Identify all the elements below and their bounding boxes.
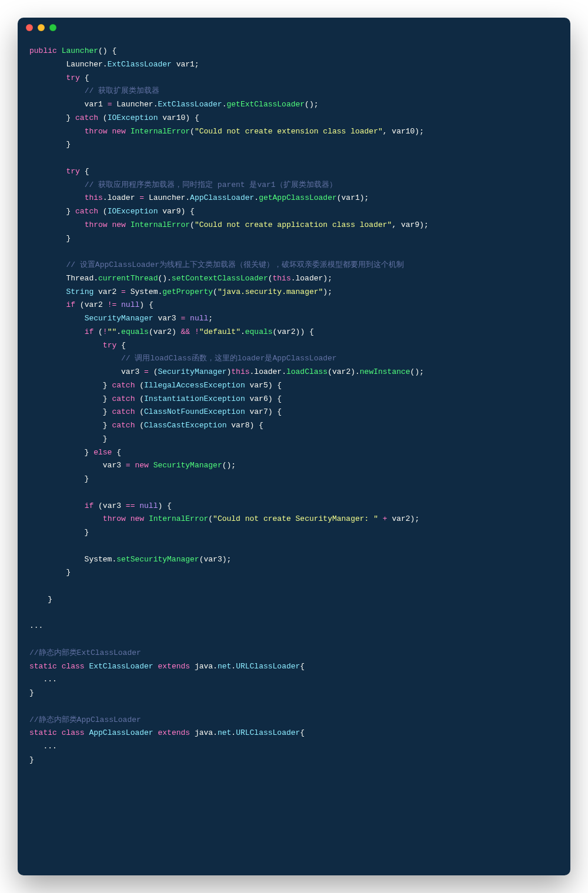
code-token: (: [135, 421, 144, 430]
code-token: try: [66, 73, 79, 82]
code-line: }: [29, 234, 71, 243]
code-token: [29, 86, 85, 95]
code-token: (var2): [149, 327, 181, 336]
code-token: AppClassLoader: [89, 728, 153, 737]
code-line: // 获取应用程序类加载器，同时指定 parent 是var1（扩展类加载器）: [29, 180, 337, 189]
code-token: }: [29, 595, 52, 604]
code-token: catch: [112, 394, 135, 403]
code-token: // 设置AppClassLoader为线程上下文类加载器（很关键），破坏双亲委…: [66, 260, 404, 269]
code-line: } catch (IllegalAccessException var5) {: [29, 381, 282, 390]
code-line: } catch (ClassNotFoundException var7) {: [29, 407, 282, 416]
code-token: [149, 461, 153, 470]
code-line: if (var2 != null) {: [29, 300, 153, 309]
code-token: "Could not create SecurityManager: ": [213, 514, 378, 523]
code-line: var3 = (SecurityManager)this.loader.load…: [29, 367, 424, 376]
code-line: ...: [29, 675, 57, 684]
code-token: static: [29, 728, 57, 737]
code-token: [29, 501, 85, 510]
code-token: if: [66, 300, 75, 309]
code-token: null: [121, 300, 139, 309]
code-token: {: [112, 448, 121, 457]
code-token: var3: [153, 314, 181, 323]
code-token: }: [29, 688, 34, 697]
code-token: setContextClassLoader: [172, 274, 268, 283]
code-token: catch: [112, 421, 135, 430]
code-token: ();: [410, 367, 424, 376]
code-token: }: [29, 140, 71, 149]
code-token: null: [190, 314, 208, 323]
code-token: var6) {: [245, 394, 282, 403]
code-token: class: [62, 728, 85, 737]
minimize-icon[interactable]: [38, 24, 45, 31]
code-token: (: [135, 394, 144, 403]
code-token: Launcher.: [112, 100, 158, 109]
code-token: Launcher.: [144, 193, 190, 202]
code-token: !: [103, 327, 108, 336]
code-token: new: [135, 461, 148, 470]
code-line: }: [29, 140, 71, 149]
code-token: this: [231, 367, 249, 376]
code-token: null: [139, 501, 158, 510]
code-token: (: [208, 514, 213, 523]
code-token: equals: [245, 327, 273, 336]
code-token: InternalError: [131, 220, 190, 229]
code-window: public Launcher() { Launcher.ExtClassLoa…: [18, 18, 570, 875]
code-token: "Could not create application class load…: [195, 220, 392, 229]
code-line: var1 = Launcher.ExtClassLoader.getExtCla…: [29, 100, 319, 109]
window-titlebar: [18, 18, 570, 38]
code-token: , var10);: [383, 127, 424, 136]
code-token: equals: [121, 327, 149, 336]
code-token: (var3: [93, 501, 126, 510]
code-token: var1;: [172, 60, 199, 69]
code-token: loadClass: [286, 367, 328, 376]
code-token: getExtClassLoader: [226, 100, 305, 109]
code-token: .: [116, 327, 121, 336]
code-token: SecurityManager: [158, 367, 226, 376]
code-token: &&: [181, 327, 191, 336]
code-token: if: [85, 327, 94, 336]
code-line: SecurityManager var3 = null;: [29, 314, 213, 323]
code-token: currentThread: [98, 274, 158, 283]
code-token: var7) {: [245, 407, 282, 416]
code-token: ();: [305, 100, 318, 109]
code-token: new: [112, 127, 125, 136]
code-token: =: [126, 461, 131, 470]
code-token: InternalError: [131, 127, 190, 136]
code-token: ExtClassLoader: [108, 60, 172, 69]
code-line: }: [29, 528, 89, 537]
code-token: {: [300, 728, 305, 737]
code-token: ().: [158, 274, 171, 283]
code-line: throw new InternalError("Could not creat…: [29, 514, 419, 523]
code-token: getProperty: [162, 287, 213, 296]
code-token: var1: [29, 100, 108, 109]
code-token: static: [29, 662, 57, 671]
code-token: URLClassLoader: [236, 728, 300, 737]
zoom-icon[interactable]: [49, 24, 56, 31]
code-token: }: [29, 234, 71, 243]
code-line: String var2 = System.getProperty("java.s…: [29, 287, 332, 296]
code-token: ...: [29, 675, 57, 684]
code-token: var2);: [387, 514, 420, 523]
code-line: if (var3 == null) {: [29, 501, 172, 510]
code-token: [29, 314, 85, 323]
close-icon[interactable]: [26, 24, 33, 31]
code-token: "Could not create extension class loader…: [195, 127, 383, 136]
code-token: (: [135, 381, 144, 390]
code-token: [126, 220, 131, 229]
code-token: Thread.: [29, 274, 98, 283]
code-token: getAppClassLoader: [259, 193, 337, 202]
code-token: (var3);: [199, 555, 232, 564]
code-token: java.: [190, 662, 218, 671]
code-token: ClassCastException: [144, 421, 226, 430]
code-token: String: [66, 287, 93, 296]
code-token: (: [190, 220, 195, 229]
code-token: System.: [126, 287, 162, 296]
code-token: "default": [199, 327, 240, 336]
code-token: [29, 193, 85, 202]
code-token: newInstance: [360, 367, 410, 376]
code-token: // 调用loadClass函数，这里的loader是AppClassLoade…: [121, 354, 337, 363]
code-token: }: [29, 434, 108, 443]
code-token: }: [29, 528, 89, 537]
code-line: // 调用loadClass函数，这里的loader是AppClassLoade…: [29, 354, 337, 363]
code-token: if: [85, 501, 94, 510]
